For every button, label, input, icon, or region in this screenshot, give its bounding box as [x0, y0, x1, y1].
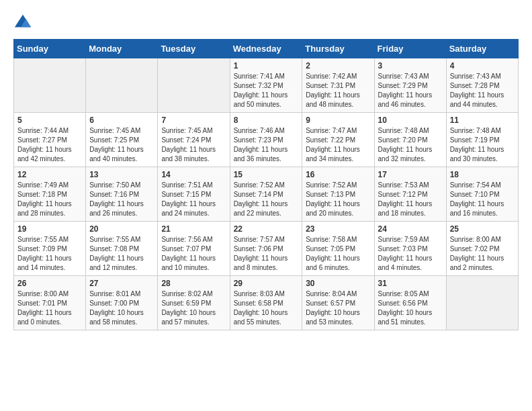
- calendar-cell: 26Sunrise: 8:00 AM Sunset: 7:01 PM Dayli…: [14, 276, 86, 330]
- day-info: Sunrise: 8:03 AM Sunset: 6:58 PM Dayligh…: [234, 289, 299, 327]
- day-info: Sunrise: 7:51 AM Sunset: 7:15 PM Dayligh…: [161, 181, 226, 218]
- day-number: 6: [89, 116, 154, 125]
- day-number: 5: [17, 116, 82, 125]
- day-number: 27: [89, 279, 154, 288]
- weekday-header-monday: Monday: [86, 40, 158, 58]
- day-info: Sunrise: 7:46 AM Sunset: 7:23 PM Dayligh…: [234, 126, 299, 164]
- day-info: Sunrise: 8:01 AM Sunset: 7:00 PM Dayligh…: [89, 289, 154, 327]
- calendar-cell: 4Sunrise: 7:43 AM Sunset: 7:28 PM Daylig…: [446, 58, 518, 113]
- day-info: Sunrise: 7:58 AM Sunset: 7:05 PM Dayligh…: [306, 235, 370, 273]
- day-info: Sunrise: 7:41 AM Sunset: 7:32 PM Dayligh…: [234, 72, 299, 109]
- day-number: 3: [378, 61, 443, 71]
- calendar-cell: 19Sunrise: 7:55 AM Sunset: 7:09 PM Dayli…: [14, 222, 86, 276]
- calendar-cell: [446, 276, 518, 330]
- day-info: Sunrise: 7:43 AM Sunset: 7:28 PM Dayligh…: [450, 72, 515, 109]
- day-number: 12: [17, 170, 82, 179]
- day-info: Sunrise: 8:00 AM Sunset: 7:01 PM Dayligh…: [17, 289, 82, 327]
- day-number: 16: [306, 170, 370, 179]
- day-info: Sunrise: 7:54 AM Sunset: 7:10 PM Dayligh…: [450, 181, 515, 218]
- day-info: Sunrise: 7:57 AM Sunset: 7:06 PM Dayligh…: [234, 235, 299, 273]
- weekday-header-thursday: Thursday: [302, 40, 374, 58]
- calendar-cell: 1Sunrise: 7:41 AM Sunset: 7:32 PM Daylig…: [230, 58, 302, 113]
- calendar-cell: 22Sunrise: 7:57 AM Sunset: 7:06 PM Dayli…: [230, 222, 302, 276]
- calendar-cell: 8Sunrise: 7:46 AM Sunset: 7:23 PM Daylig…: [230, 113, 302, 167]
- day-number: 21: [161, 224, 226, 234]
- calendar-cell: 31Sunrise: 8:05 AM Sunset: 6:56 PM Dayli…: [374, 276, 446, 330]
- day-info: Sunrise: 7:47 AM Sunset: 7:22 PM Dayligh…: [306, 126, 370, 164]
- day-info: Sunrise: 8:04 AM Sunset: 6:57 PM Dayligh…: [306, 289, 370, 327]
- day-info: Sunrise: 8:02 AM Sunset: 6:59 PM Dayligh…: [161, 289, 226, 327]
- calendar-cell: 2Sunrise: 7:42 AM Sunset: 7:31 PM Daylig…: [302, 58, 374, 113]
- week-row-5: 26Sunrise: 8:00 AM Sunset: 7:01 PM Dayli…: [14, 276, 519, 330]
- calendar-cell: 5Sunrise: 7:44 AM Sunset: 7:27 PM Daylig…: [14, 113, 86, 167]
- day-info: Sunrise: 7:50 AM Sunset: 7:16 PM Dayligh…: [89, 181, 154, 218]
- day-info: Sunrise: 7:49 AM Sunset: 7:18 PM Dayligh…: [17, 181, 82, 218]
- calendar-cell: 7Sunrise: 7:45 AM Sunset: 7:24 PM Daylig…: [158, 113, 230, 167]
- day-number: 15: [234, 170, 299, 179]
- day-number: 2: [306, 61, 370, 71]
- calendar-cell: 3Sunrise: 7:43 AM Sunset: 7:29 PM Daylig…: [374, 58, 446, 113]
- calendar-cell: [86, 58, 158, 113]
- calendar-cell: 14Sunrise: 7:51 AM Sunset: 7:15 PM Dayli…: [158, 167, 230, 222]
- day-number: 14: [161, 170, 226, 179]
- calendar-cell: 28Sunrise: 8:02 AM Sunset: 6:59 PM Dayli…: [158, 276, 230, 330]
- day-info: Sunrise: 7:42 AM Sunset: 7:31 PM Dayligh…: [306, 72, 370, 109]
- day-number: 25: [450, 224, 515, 234]
- day-number: 19: [17, 224, 82, 234]
- logo: [13, 13, 35, 32]
- day-number: 31: [378, 279, 443, 288]
- calendar-cell: 27Sunrise: 8:01 AM Sunset: 7:00 PM Dayli…: [86, 276, 158, 330]
- day-number: 18: [450, 170, 515, 179]
- day-number: 22: [234, 224, 299, 234]
- calendar-cell: 12Sunrise: 7:49 AM Sunset: 7:18 PM Dayli…: [14, 167, 86, 222]
- calendar-cell: 10Sunrise: 7:48 AM Sunset: 7:20 PM Dayli…: [374, 113, 446, 167]
- weekday-header-friday: Friday: [374, 40, 446, 58]
- day-number: 11: [450, 116, 515, 125]
- calendar-cell: 16Sunrise: 7:52 AM Sunset: 7:13 PM Dayli…: [302, 167, 374, 222]
- day-number: 26: [17, 279, 82, 288]
- weekday-header-wednesday: Wednesday: [230, 40, 302, 58]
- day-number: 29: [234, 279, 299, 288]
- day-number: 23: [306, 224, 370, 234]
- calendar-cell: 25Sunrise: 8:00 AM Sunset: 7:02 PM Dayli…: [446, 222, 518, 276]
- day-number: 17: [378, 170, 443, 179]
- day-number: 30: [306, 279, 370, 288]
- day-info: Sunrise: 8:05 AM Sunset: 6:56 PM Dayligh…: [378, 289, 443, 327]
- calendar-cell: [158, 58, 230, 113]
- calendar-cell: [14, 58, 86, 113]
- day-info: Sunrise: 7:52 AM Sunset: 7:13 PM Dayligh…: [306, 181, 370, 218]
- day-info: Sunrise: 7:44 AM Sunset: 7:27 PM Dayligh…: [17, 126, 82, 164]
- calendar-cell: 13Sunrise: 7:50 AM Sunset: 7:16 PM Dayli…: [86, 167, 158, 222]
- day-number: 28: [161, 279, 226, 288]
- logo-icon: [13, 13, 32, 32]
- day-info: Sunrise: 7:48 AM Sunset: 7:19 PM Dayligh…: [450, 126, 515, 164]
- day-info: Sunrise: 7:48 AM Sunset: 7:20 PM Dayligh…: [378, 126, 443, 164]
- day-info: Sunrise: 7:59 AM Sunset: 7:03 PM Dayligh…: [378, 235, 443, 273]
- calendar-cell: 18Sunrise: 7:54 AM Sunset: 7:10 PM Dayli…: [446, 167, 518, 222]
- day-info: Sunrise: 7:53 AM Sunset: 7:12 PM Dayligh…: [378, 181, 443, 218]
- calendar-cell: 11Sunrise: 7:48 AM Sunset: 7:19 PM Dayli…: [446, 113, 518, 167]
- day-info: Sunrise: 8:00 AM Sunset: 7:02 PM Dayligh…: [450, 235, 515, 273]
- calendar-cell: 21Sunrise: 7:56 AM Sunset: 7:07 PM Dayli…: [158, 222, 230, 276]
- calendar-cell: 20Sunrise: 7:55 AM Sunset: 7:08 PM Dayli…: [86, 222, 158, 276]
- calendar-cell: 15Sunrise: 7:52 AM Sunset: 7:14 PM Dayli…: [230, 167, 302, 222]
- calendar: SundayMondayTuesdayWednesdayThursdayFrid…: [13, 39, 519, 330]
- day-info: Sunrise: 7:45 AM Sunset: 7:24 PM Dayligh…: [161, 126, 226, 164]
- day-number: 20: [89, 224, 154, 234]
- weekday-header-tuesday: Tuesday: [158, 40, 230, 58]
- page-header: [13, 13, 519, 32]
- calendar-cell: 30Sunrise: 8:04 AM Sunset: 6:57 PM Dayli…: [302, 276, 374, 330]
- day-number: 1: [234, 61, 299, 71]
- day-info: Sunrise: 7:55 AM Sunset: 7:09 PM Dayligh…: [17, 235, 82, 273]
- calendar-cell: 17Sunrise: 7:53 AM Sunset: 7:12 PM Dayli…: [374, 167, 446, 222]
- calendar-cell: 29Sunrise: 8:03 AM Sunset: 6:58 PM Dayli…: [230, 276, 302, 330]
- day-number: 4: [450, 61, 515, 71]
- calendar-cell: 23Sunrise: 7:58 AM Sunset: 7:05 PM Dayli…: [302, 222, 374, 276]
- day-number: 9: [306, 116, 370, 125]
- day-info: Sunrise: 7:43 AM Sunset: 7:29 PM Dayligh…: [378, 72, 443, 109]
- week-row-4: 19Sunrise: 7:55 AM Sunset: 7:09 PM Dayli…: [14, 222, 519, 276]
- calendar-cell: 24Sunrise: 7:59 AM Sunset: 7:03 PM Dayli…: [374, 222, 446, 276]
- day-info: Sunrise: 7:55 AM Sunset: 7:08 PM Dayligh…: [89, 235, 154, 273]
- day-number: 24: [378, 224, 443, 234]
- calendar-cell: 9Sunrise: 7:47 AM Sunset: 7:22 PM Daylig…: [302, 113, 374, 167]
